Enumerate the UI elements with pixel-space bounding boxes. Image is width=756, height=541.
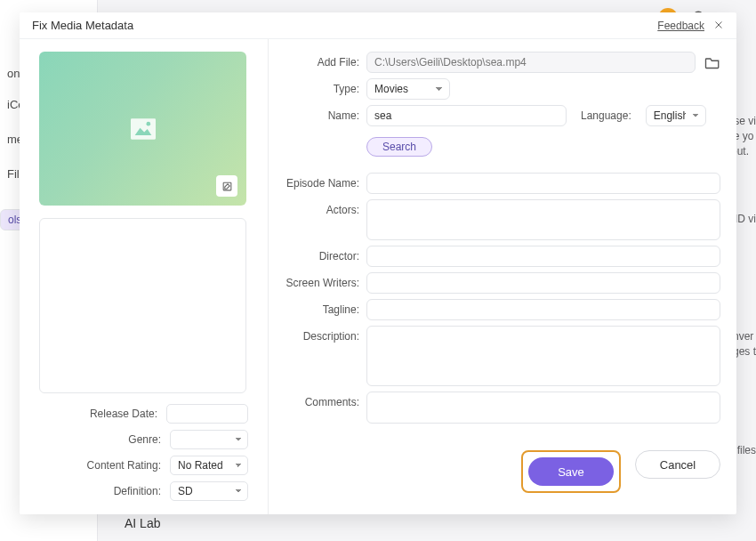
release-date-input[interactable] bbox=[166, 404, 248, 424]
content-rating-select[interactable]: No Rated bbox=[170, 456, 248, 475]
bg-text: ID vi bbox=[735, 212, 756, 227]
language-label: Language: bbox=[581, 109, 631, 122]
search-button[interactable]: Search bbox=[366, 137, 432, 157]
name-label: Name: bbox=[269, 105, 366, 122]
tagline-input[interactable] bbox=[366, 299, 720, 320]
close-icon[interactable] bbox=[713, 19, 724, 33]
left-form: Release Date: Genre: Content Rating: No … bbox=[39, 404, 248, 507]
cancel-button[interactable]: Cancel bbox=[635, 450, 720, 479]
edit-icon bbox=[221, 181, 233, 192]
add-file-label: Add File: bbox=[269, 52, 366, 69]
folder-icon[interactable] bbox=[704, 56, 720, 69]
right-column: Add File: Type: Movies Name: Language: E… bbox=[269, 39, 736, 514]
add-file-input[interactable] bbox=[366, 52, 696, 73]
save-highlight-box: Save bbox=[521, 450, 621, 493]
release-date-label: Release Date: bbox=[90, 408, 157, 420]
language-select[interactable]: English bbox=[646, 105, 706, 126]
definition-select[interactable]: SD bbox=[170, 481, 248, 501]
type-label: Type: bbox=[269, 78, 366, 95]
comments-input[interactable] bbox=[366, 392, 720, 424]
save-button[interactable]: Save bbox=[528, 457, 614, 486]
episode-name-label: Episode Name: bbox=[269, 173, 366, 190]
modal-header: Fix Media Metadata Feedback bbox=[20, 12, 736, 39]
modal-footer: Save Cancel bbox=[269, 441, 720, 502]
director-label: Director: bbox=[269, 246, 366, 262]
episode-name-input[interactable] bbox=[366, 173, 720, 194]
poster-placeholder bbox=[39, 218, 246, 393]
left-column: Release Date: Genre: Content Rating: No … bbox=[20, 39, 269, 514]
actors-label: Actors: bbox=[269, 199, 366, 216]
svg-rect-7 bbox=[131, 118, 156, 139]
feedback-link[interactable]: Feedback bbox=[657, 20, 704, 32]
screen-writers-input[interactable] bbox=[366, 272, 720, 294]
description-input[interactable] bbox=[366, 326, 720, 386]
screen-writers-label: Screen Writers: bbox=[269, 272, 366, 289]
media-thumbnail bbox=[39, 52, 246, 206]
genre-select[interactable] bbox=[170, 430, 248, 449]
fix-media-metadata-modal: Fix Media Metadata Feedback Release Date… bbox=[20, 12, 736, 514]
bg-bottom-label: AI Lab bbox=[125, 516, 160, 530]
tagline-label: Tagline: bbox=[269, 299, 366, 316]
name-input[interactable] bbox=[366, 105, 567, 126]
image-placeholder-icon bbox=[131, 118, 156, 140]
actors-input[interactable] bbox=[366, 199, 720, 240]
description-label: Description: bbox=[269, 326, 366, 343]
edit-thumbnail-button[interactable] bbox=[216, 175, 237, 197]
svg-point-9 bbox=[146, 121, 150, 125]
genre-label: Genre: bbox=[128, 433, 161, 446]
type-select[interactable]: Movies bbox=[366, 78, 450, 100]
content-rating-label: Content Rating: bbox=[87, 459, 161, 472]
definition-label: Definition: bbox=[114, 485, 161, 497]
modal-title: Fix Media Metadata bbox=[32, 19, 133, 32]
comments-label: Comments: bbox=[269, 392, 366, 408]
director-input[interactable] bbox=[366, 246, 720, 267]
